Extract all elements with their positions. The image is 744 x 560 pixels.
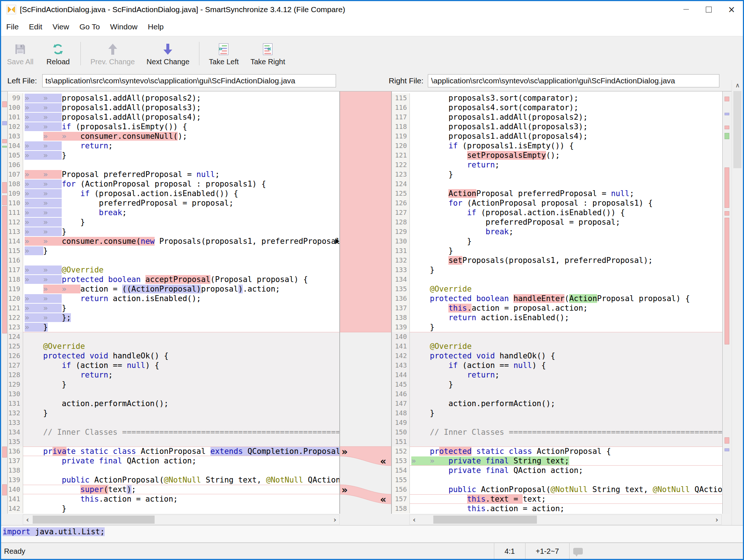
code-text[interactable]: » » proposals1.addAll(proposals3);: [23, 103, 339, 112]
code-text[interactable]: » » }: [23, 151, 339, 160]
code-text[interactable]: @Override: [410, 342, 722, 351]
code-text[interactable]: }: [410, 322, 722, 332]
code-text[interactable]: if (proposal.action.isEnabled()) {: [410, 208, 722, 217]
code-text[interactable]: @Override: [23, 342, 339, 351]
code-text[interactable]: this.action = action;: [23, 494, 339, 504]
left-code-pane[interactable]: 99» » proposals1.addAll(proposals2);100»…: [7, 91, 340, 514]
code-text[interactable]: if (proposals1.isEmpty()) {: [410, 141, 722, 151]
left-horizontal-scrollbar[interactable]: ‹ ›: [23, 514, 340, 525]
code-text[interactable]: if (action == null) {: [410, 361, 722, 370]
code-text[interactable]: [410, 389, 722, 399]
scrollbar-track[interactable]: [419, 515, 712, 524]
prev-change-button[interactable]: Prev. Change: [87, 40, 138, 68]
menu-go-to[interactable]: Go To: [74, 18, 105, 36]
diff-overview-mark[interactable]: [2, 121, 7, 125]
code-text[interactable]: break;: [410, 227, 722, 236]
code-text[interactable]: }: [410, 170, 722, 179]
code-text[interactable]: proposals3.sort(comparator);: [410, 93, 722, 103]
code-text[interactable]: [23, 256, 339, 265]
code-text[interactable]: return action.isEnabled();: [410, 313, 722, 322]
code-text[interactable]: [23, 389, 339, 399]
code-text[interactable]: this.text = text;: [410, 494, 722, 504]
code-text[interactable]: » }: [23, 246, 339, 256]
code-text[interactable]: return;: [410, 370, 722, 380]
diff-overview-mark[interactable]: [725, 211, 729, 216]
scroll-left-icon[interactable]: ‹: [410, 515, 419, 524]
right-horizontal-scrollbar[interactable]: ‹ ›: [409, 514, 722, 525]
code-text[interactable]: action.performAction();: [23, 399, 339, 408]
code-text[interactable]: return;: [23, 370, 339, 380]
code-text[interactable]: [410, 332, 722, 342]
scrollbar-thumb[interactable]: [733, 91, 741, 168]
code-text[interactable]: private final QAction action;: [410, 466, 722, 475]
menu-window[interactable]: Window: [105, 18, 143, 36]
code-text[interactable]: for (ActionProposal proposal : proposals…: [410, 198, 722, 208]
next-change-button[interactable]: Next Change: [143, 40, 193, 68]
code-text[interactable]: proposals4.sort(comparator);: [410, 103, 722, 112]
code-text[interactable]: proposals1.addAll(proposals2);: [410, 112, 722, 122]
code-text[interactable]: [23, 437, 339, 447]
code-text[interactable]: }: [23, 408, 339, 418]
left-file-path-field[interactable]: ts\application\src\com\syntevo\sc\applic…: [42, 74, 336, 87]
code-text[interactable]: [23, 160, 339, 170]
right-code-pane[interactable]: 115 proposals3.sort(comparator);116 prop…: [391, 91, 723, 514]
code-text[interactable]: » » action = ((ActionProposal)proposal).…: [23, 284, 339, 294]
code-text[interactable]: this.action = action;: [410, 504, 722, 513]
take-right-button[interactable]: « Take Right: [247, 40, 289, 68]
close-button[interactable]: ×: [720, 1, 743, 18]
code-text[interactable]: » » for (ActionProposal proposal : propo…: [23, 179, 339, 189]
scroll-up-icon[interactable]: ∧: [732, 82, 743, 89]
diff-overview-mark[interactable]: [2, 206, 7, 333]
diff-overview-mark[interactable]: [725, 113, 729, 115]
code-text[interactable]: [410, 418, 722, 427]
code-text[interactable]: private static class ActionProposal exte…: [23, 447, 339, 456]
diff-overview-mark[interactable]: [2, 146, 7, 148]
code-text[interactable]: [410, 275, 722, 284]
merge-left-button[interactable]: «: [380, 456, 386, 467]
code-text[interactable]: ActionProposal preferredProposal = null;: [410, 189, 722, 198]
code-text[interactable]: [23, 466, 339, 475]
code-text[interactable]: }: [410, 246, 722, 256]
menu-file[interactable]: File: [1, 18, 24, 36]
merge-right-button[interactable]: »: [342, 484, 348, 495]
code-text[interactable]: }: [410, 265, 722, 275]
save-all-button[interactable]: Save All: [3, 40, 37, 68]
menu-help[interactable]: Help: [143, 18, 169, 36]
code-text[interactable]: protected static class ActionProposal {: [410, 447, 722, 456]
code-text[interactable]: [410, 475, 722, 485]
right-file-path-field[interactable]: \application\src\com\syntevo\sc\applicat…: [428, 74, 719, 87]
code-text[interactable]: » » preferredProposal = proposal;: [23, 198, 339, 208]
code-text[interactable]: action.performAction();: [410, 399, 722, 408]
code-text[interactable]: private final QAction action;: [23, 456, 339, 466]
code-text[interactable]: }: [410, 408, 722, 418]
code-text[interactable]: setProposals(proposals1, preferredPropos…: [410, 256, 722, 265]
code-text[interactable]: » » return action.isEnabled();: [23, 294, 339, 303]
diff-overview-mark[interactable]: [2, 139, 7, 143]
diff-overview-mark[interactable]: [725, 133, 729, 139]
code-text[interactable]: » » break;: [23, 208, 339, 217]
scroll-left-icon[interactable]: ‹: [23, 515, 32, 524]
code-text[interactable]: » » consumer.consumeNull();: [23, 131, 339, 141]
code-text[interactable]: public ActionProposal(@NotNull String te…: [410, 485, 722, 494]
code-text[interactable]: [410, 179, 722, 189]
vertical-scrollbar[interactable]: ∧ ∨: [732, 80, 743, 543]
scrollbar-thumb[interactable]: [433, 516, 537, 524]
merge-left-button[interactable]: «: [380, 494, 386, 505]
code-text[interactable]: » » proposals1.addAll(proposals2);: [23, 93, 339, 103]
code-text[interactable]: » » };: [23, 313, 339, 322]
code-text[interactable]: [23, 418, 339, 427]
code-text[interactable]: }: [23, 504, 339, 513]
maximize-button[interactable]: [697, 1, 720, 18]
left-overview-ruler[interactable]: [1, 91, 7, 514]
code-text[interactable]: // Inner Classes =======================…: [23, 427, 339, 437]
code-text[interactable]: proposals1.addAll(proposals4);: [410, 131, 722, 141]
right-overview-ruler[interactable]: [723, 91, 731, 514]
code-text[interactable]: if (action == null) {: [23, 361, 339, 370]
code-text[interactable]: » » @Override: [23, 265, 339, 275]
code-text[interactable]: proposals1.addAll(proposals3);: [410, 122, 722, 131]
code-text[interactable]: » » Proposal preferredProposal = null;: [23, 170, 339, 179]
code-text[interactable]: }: [410, 236, 722, 246]
take-left-button[interactable]: » Take Left: [205, 40, 242, 68]
minimize-button[interactable]: [675, 1, 697, 18]
code-text[interactable]: » » protected boolean acceptProposal(Pro…: [23, 275, 339, 284]
